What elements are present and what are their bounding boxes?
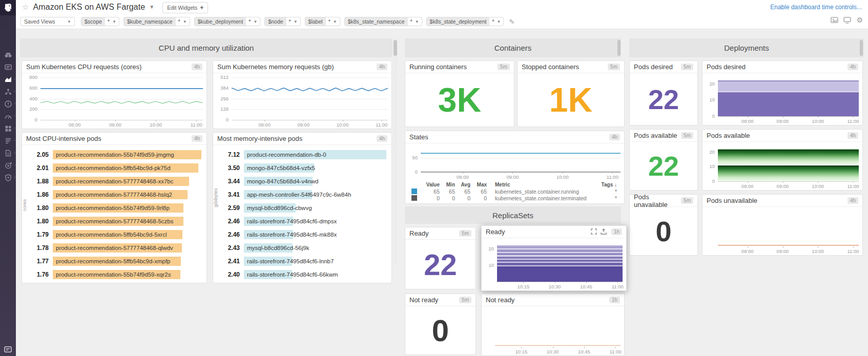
template-var-k8s_state_namespace[interactable]: $k8s_state_namespace*▼ <box>344 17 422 26</box>
widget-cpu-toplist[interactable]: Most CPU-intensive pods 4h cores2.05prod… <box>22 132 207 283</box>
sidebar-item-watchdog[interactable] <box>0 50 16 59</box>
toplist-row[interactable]: 1.76product-recommendation-55b74f9d59-xq… <box>31 268 201 281</box>
widget-pods-available-chart[interactable]: Pods available 4h 2010008:0009:0010:0011… <box>702 129 863 191</box>
sidebar-item-logs[interactable]: › <box>0 149 16 157</box>
timeframe-badge: 4h <box>377 135 387 142</box>
widget-pods-unavailable-chart[interactable]: Pods unavailable 4h 08:0009:0010:0011:00 <box>702 194 863 256</box>
cpu-requests-chart[interactable]: 800600400200008:0009:0010:0011:00 <box>22 73 206 129</box>
sidebar-item-metrics[interactable]: › <box>0 75 16 83</box>
widget-title: Not ready <box>486 296 514 304</box>
title-chevron-down-icon[interactable]: ▼ <box>149 4 154 10</box>
widget-pods-desired-chart[interactable]: Pods desired 4h 2010008:0009:0010:0011:0… <box>702 60 863 125</box>
toplist-row[interactable]: 1.80product-recommendation-55b74f9d59-9r… <box>31 201 201 215</box>
sidebar-item-synthetics[interactable]: › <box>0 161 16 170</box>
toplist-row[interactable]: 2.59mysql-b8cd896cd-cbwvg <box>222 201 386 215</box>
widget-pods-desired[interactable]: Pods desired 5m 22 <box>629 60 698 125</box>
stacked-band <box>497 253 623 255</box>
toplist-row[interactable]: 7.12product-recommendation-db-0 <box>222 148 386 161</box>
widget-cpu-requests[interactable]: Sum Kubernetes CPU requests (cores) 4h 8… <box>22 60 207 129</box>
widget-ready-chart[interactable]: Ready 1h 201010:1510:3010:4511:00 <box>481 225 627 291</box>
states-chart[interactable]: 50008:0009:0010:0011:00 <box>405 143 624 181</box>
toplist-row[interactable]: 2.05product-recommendation-55b74f9d59-jm… <box>31 148 201 161</box>
toplist-row[interactable]: 2.41rails-storefront-7495d84cf6-lnnb7 <box>222 255 386 268</box>
toplist-row[interactable]: 1.88product-recommendation-5777748468-xx… <box>31 175 201 188</box>
widget-title: Pods desired <box>634 63 673 71</box>
template-var-label[interactable]: $label*▼ <box>305 17 340 26</box>
widget-states[interactable]: States 4h 50008:0009:0010:0011:00 ValueM… <box>405 131 625 204</box>
export-icon[interactable] <box>601 227 607 237</box>
sidebar-item-infrastructure[interactable]: › <box>0 87 16 96</box>
scrollbar-thumb-right[interactable] <box>860 40 863 56</box>
toplist-unit-label: cores <box>22 199 27 211</box>
toplist-row[interactable]: 2.46rails-storefront-7495d84cf6-dmpsx <box>222 215 386 228</box>
edit-widgets-button[interactable]: Edit Widgets + <box>162 2 208 13</box>
widget-title: Pods unavailable <box>707 197 757 204</box>
widget-memory-requests[interactable]: Sum Kubernetes memory requests (gb) 4h 5… <box>213 60 392 129</box>
timeframe-badge: 5m <box>498 64 510 70</box>
toplist-row[interactable]: 1.86product-recommendation-5777748468-hs… <box>31 188 201 201</box>
pods-unavailable-chart[interactable]: 08:0009:0010:0011:00 <box>702 207 862 255</box>
enable-time-controls-link[interactable]: Enable dashboard time controls... <box>770 4 862 11</box>
template-var-kube_namespace[interactable]: $kube_namespace*▼ <box>123 17 190 26</box>
datadog-logo[interactable] <box>0 0 16 15</box>
pods-desired-chart[interactable]: 2010008:0009:0010:0011:00 <box>702 73 862 125</box>
edit-variables-pencil-icon[interactable]: ✎ <box>509 18 514 26</box>
stacked-band <box>718 81 859 92</box>
scrollbar-track-left[interactable] <box>394 38 397 264</box>
sidebar-item-monitors[interactable]: › <box>0 99 16 108</box>
group-containers-header[interactable]: Containers <box>405 38 621 57</box>
ready-chart[interactable]: 201010:1510:3010:4511:00 <box>482 238 626 290</box>
sidebar-item-notebooks[interactable]: › <box>0 136 16 145</box>
toplist-row[interactable]: 2.40rails-storefront-7495d84cf6-66kwm <box>222 268 386 281</box>
gear-icon[interactable]: ⚙ <box>856 16 863 24</box>
not-ready-chart[interactable]: 10:1510:3010:4511:00 <box>482 306 624 355</box>
toplist-row[interactable]: 1.77product-recommendation-5ffb54bc9d-xm… <box>31 255 201 268</box>
sidebar-item-security[interactable]: › <box>0 173 16 182</box>
toplist-row[interactable]: 1.79product-recommendation-5ffb54bc9d-5x… <box>31 228 201 241</box>
template-var-node[interactable]: $node*▼ <box>264 17 300 26</box>
expand-icon[interactable] <box>591 227 597 237</box>
legend-row[interactable]: 0000kubernetes_state.container.terminate… <box>411 195 619 201</box>
x-tick-label: 10:15 <box>512 284 534 289</box>
timeframe-badge: 4h <box>377 64 387 70</box>
toplist-row[interactable]: 2.43mysql-b8cd896cd-56j9k <box>222 241 386 255</box>
legend-col-header[interactable]: Tags ↓ <box>597 182 619 187</box>
scrollbar-thumb-left[interactable] <box>394 40 397 56</box>
toplist-row[interactable]: 3.50mongo-847c5b68d4-vzfx5 <box>222 161 386 175</box>
widget-pods-unavailable[interactable]: Pods unavailable 5m 0 <box>629 194 698 256</box>
scrollbar-thumb-middle[interactable] <box>617 40 621 56</box>
widget-running-containers[interactable]: Running containers 5m 3K <box>405 60 514 127</box>
toplist-row[interactable]: 3.44mongo-847c5b68d4-v4nwd <box>222 175 386 188</box>
group-replicasets-header[interactable]: ReplicaSets <box>405 206 621 224</box>
sidebar-item-apm[interactable]: › <box>0 112 16 120</box>
template-var-kube_deployment[interactable]: $kube_deployment*▼ <box>194 17 261 26</box>
toplist-row[interactable]: 3.41app-mesh-controller-54f6497c9c-6w84h <box>222 188 386 201</box>
legend-row[interactable]: 65656565kubernetes_state.container.runni… <box>411 188 619 195</box>
sidebar-item-integrations[interactable]: › <box>0 124 16 133</box>
toplist-row[interactable]: 2.46rails-storefront-7495d84cf6-mk88x <box>222 228 386 241</box>
template-var-k8s_state_deployment[interactable]: $k8s_state_deployment*▼ <box>426 17 504 26</box>
group-cpu-memory-header[interactable]: CPU and memory utilization <box>20 38 392 57</box>
widget-not-ready[interactable]: Not ready 5m 0 <box>405 294 476 355</box>
toplist-row[interactable]: 1.78product-recommendation-5777748468-ql… <box>31 241 201 255</box>
favorite-star-icon[interactable]: ☆ <box>22 3 29 12</box>
widget-memory-toplist[interactable]: Most memory-intensive pods 4h gibibytes7… <box>213 132 392 283</box>
widget-ready[interactable]: Ready 5m 22 <box>405 227 476 289</box>
sidebar-item-dashboards[interactable] <box>0 62 16 71</box>
tv-mode-icon[interactable] <box>843 17 851 24</box>
toplist-row[interactable]: 2.01product-recommendation-5ffb54bc9d-pk… <box>31 161 201 175</box>
toplist-row[interactable]: 1.80product-recommendation-5777748468-5c… <box>31 215 201 228</box>
pods-available-chart[interactable]: 2010008:0009:0010:0011:00 <box>702 142 862 190</box>
stacked-band <box>497 248 623 250</box>
snapshot-icon[interactable] <box>831 17 838 23</box>
y-tick-label: 10 <box>702 97 715 102</box>
memory-requests-chart[interactable]: 512384256128008:0009:0010:0011:00 <box>213 73 391 129</box>
widget-not-ready-chart[interactable]: Not ready 1h 10:1510:3010:4511:00 <box>481 294 625 356</box>
saved-views-dropdown[interactable]: Saved Views ▼ <box>20 17 75 26</box>
group-deployments-header[interactable]: Deployments <box>629 38 864 57</box>
widget-pods-available[interactable]: Pods available 5m 22 <box>629 129 698 191</box>
widget-stopped-containers[interactable]: Stopped containers 5m 1K <box>517 60 625 127</box>
template-var-scope[interactable]: $scope*▼ <box>81 17 119 26</box>
x-tickmark <box>617 282 618 283</box>
sidebar-bottom-icon[interactable] <box>0 346 16 353</box>
